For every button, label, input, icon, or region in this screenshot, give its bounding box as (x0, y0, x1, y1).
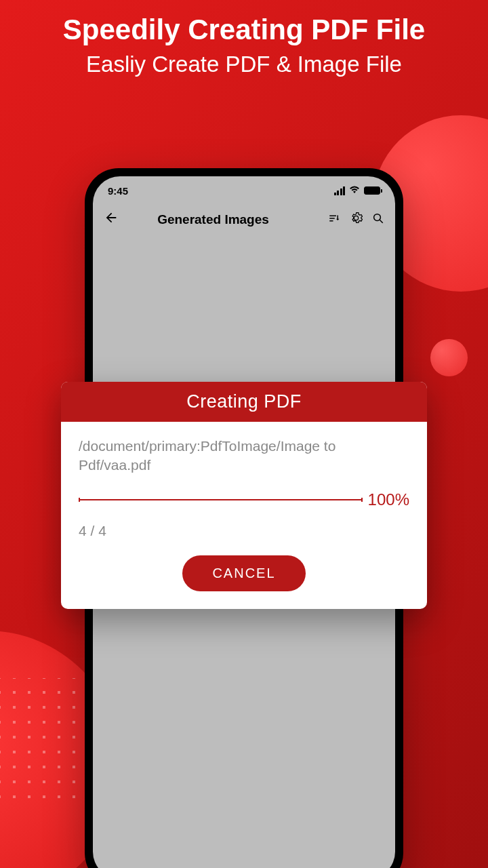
progress-bar (79, 499, 363, 500)
progress-row: 100% (79, 490, 409, 509)
file-path-text: /document/primary:PdfToImage/Image to Pd… (79, 437, 409, 475)
promo-title: Speedily Creating PDF File (0, 14, 488, 46)
cancel-button[interactable]: CANCEL (182, 555, 305, 591)
svg-point-0 (374, 214, 381, 220)
dialog-body: /document/primary:PdfToImage/Image to Pd… (61, 422, 427, 609)
battery-icon (364, 186, 380, 195)
app-header: Generated Images (93, 202, 395, 237)
page-count-text: 4 / 4 (79, 523, 409, 539)
creating-pdf-dialog: Creating PDF /document/primary:PdfToImag… (61, 382, 427, 609)
header-actions (328, 212, 384, 228)
gear-icon[interactable] (350, 212, 363, 228)
status-time: 9:45 (108, 185, 128, 197)
promo-section: Speedily Creating PDF File Easliy Create… (0, 0, 488, 77)
status-bar: 9:45 (93, 176, 395, 202)
bg-circle-small (430, 339, 468, 376)
promo-subtitle: Easliy Create PDF & Image File (0, 52, 488, 77)
search-icon[interactable] (372, 212, 384, 228)
dialog-title: Creating PDF (61, 382, 427, 422)
sort-icon[interactable] (328, 212, 340, 228)
status-icons (334, 184, 381, 197)
header-title: Generated Images (110, 212, 316, 227)
progress-percent: 100% (368, 490, 409, 509)
wifi-icon (349, 184, 360, 197)
cellular-signal-icon (334, 186, 346, 195)
svg-line-1 (380, 220, 383, 223)
